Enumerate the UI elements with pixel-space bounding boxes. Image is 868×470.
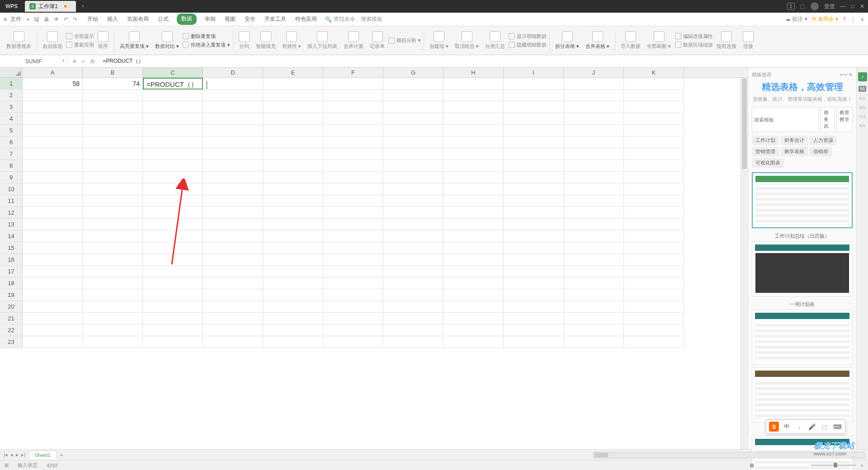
consolidate-button[interactable]: 合并计算 bbox=[341, 31, 366, 50]
cell-D20[interactable] bbox=[203, 301, 263, 313]
row-header[interactable]: 15 bbox=[0, 242, 23, 254]
accept-formula-icon[interactable]: ✓ bbox=[81, 58, 86, 65]
cell-H11[interactable] bbox=[443, 195, 504, 207]
col-header-B[interactable]: B bbox=[83, 68, 143, 77]
cell-H5[interactable] bbox=[443, 125, 504, 136]
sheet-nav-prev[interactable]: ◂ bbox=[10, 452, 13, 458]
search-btn-1[interactable]: 商务风 bbox=[821, 107, 835, 132]
cell-G14[interactable] bbox=[383, 230, 443, 242]
cell-E15[interactable] bbox=[263, 242, 323, 254]
cell-C3[interactable] bbox=[143, 101, 203, 113]
cell-H18[interactable] bbox=[443, 277, 504, 289]
cell-F9[interactable] bbox=[323, 172, 383, 183]
ime-skin[interactable]: ⬚ bbox=[820, 422, 830, 432]
cell-I14[interactable] bbox=[504, 230, 564, 242]
template-tag[interactable]: 营销管理 bbox=[752, 147, 779, 156]
cell-K14[interactable] bbox=[624, 230, 684, 242]
cell-K5[interactable] bbox=[624, 125, 684, 136]
panel-close-icon[interactable]: ⟷ ✕ bbox=[840, 72, 853, 78]
cell-D19[interactable] bbox=[203, 289, 263, 301]
cell-A16[interactable] bbox=[23, 254, 83, 266]
cell-J21[interactable] bbox=[564, 313, 624, 324]
cell-C12[interactable] bbox=[143, 207, 203, 219]
save-icon[interactable]: 🖫 bbox=[34, 16, 39, 23]
file-menu[interactable]: 文件 bbox=[10, 15, 21, 23]
cell-J10[interactable] bbox=[564, 183, 624, 195]
redo-icon[interactable]: ↷ bbox=[73, 16, 77, 23]
cell-J19[interactable] bbox=[564, 289, 624, 301]
sync-status[interactable]: ⟳ 未同步 ▾ bbox=[812, 15, 839, 23]
row-header[interactable]: 6 bbox=[0, 136, 23, 148]
cell-D9[interactable] bbox=[203, 172, 263, 183]
tab-data[interactable]: 数据 bbox=[177, 14, 197, 25]
group-button[interactable]: 创建组 ▾ bbox=[427, 31, 451, 50]
cell-B7[interactable] bbox=[83, 148, 143, 160]
cell-E9[interactable] bbox=[263, 172, 323, 183]
cell-I11[interactable] bbox=[504, 195, 564, 207]
cell-C14[interactable] bbox=[143, 230, 203, 242]
what-if-button[interactable]: 模拟分析 ▾ bbox=[388, 37, 421, 44]
row-header[interactable]: 9 bbox=[0, 172, 23, 183]
sheet-nav-last[interactable]: ▸| bbox=[21, 452, 25, 458]
cell-J20[interactable] bbox=[564, 301, 624, 313]
row-header[interactable]: 16 bbox=[0, 254, 23, 266]
cell-C23[interactable] bbox=[143, 336, 203, 348]
cell-C20[interactable] bbox=[143, 301, 203, 313]
cell-H10[interactable] bbox=[443, 183, 504, 195]
row-header[interactable]: 1 bbox=[0, 78, 23, 89]
cell-C4[interactable] bbox=[143, 113, 203, 125]
name-box[interactable]: SUMIF bbox=[0, 58, 68, 65]
cell-K3[interactable] bbox=[624, 101, 684, 113]
cell-E2[interactable] bbox=[263, 89, 323, 101]
cell-E22[interactable] bbox=[263, 324, 323, 336]
cell-F21[interactable] bbox=[323, 313, 383, 324]
cell-B11[interactable] bbox=[83, 195, 143, 207]
cell-D12[interactable] bbox=[203, 207, 263, 219]
expand-icon[interactable]: ∧ bbox=[860, 16, 864, 23]
data-compare-button[interactable]: 数据对比 ▾ bbox=[152, 31, 182, 50]
tab-security[interactable]: 安全 bbox=[244, 14, 256, 25]
sheet-tab-1[interactable]: Sheet1 bbox=[29, 451, 57, 459]
cancel-formula-icon[interactable]: ✕ bbox=[72, 58, 77, 65]
remove-dup-button[interactable]: 删除重复项 bbox=[183, 33, 230, 40]
cell-D11[interactable] bbox=[203, 195, 263, 207]
cell-J14[interactable] bbox=[564, 230, 624, 242]
view-normal-icon[interactable]: ▦ bbox=[750, 462, 754, 468]
cell-J22[interactable] bbox=[564, 324, 624, 336]
cell-G8[interactable] bbox=[383, 160, 443, 172]
cell-A7[interactable] bbox=[23, 148, 83, 160]
cell-F18[interactable] bbox=[323, 277, 383, 289]
cell-F12[interactable] bbox=[323, 207, 383, 219]
cell-C13[interactable] bbox=[143, 219, 203, 230]
cell-A2[interactable] bbox=[23, 89, 83, 101]
cell-E13[interactable] bbox=[263, 219, 323, 230]
cell-B10[interactable] bbox=[83, 183, 143, 195]
cell-H4[interactable] bbox=[443, 113, 504, 125]
workbook-tab[interactable]: S 工作簿1 bbox=[25, 1, 76, 12]
cell-G10[interactable] bbox=[383, 183, 443, 195]
cell-D7[interactable] bbox=[203, 148, 263, 160]
cell-F6[interactable] bbox=[323, 136, 383, 148]
cell-H22[interactable] bbox=[443, 324, 504, 336]
cell-B3[interactable] bbox=[83, 101, 143, 113]
cell-E10[interactable] bbox=[263, 183, 323, 195]
connections-button[interactable]: 连接 bbox=[740, 31, 756, 50]
cell-A13[interactable] bbox=[23, 219, 83, 230]
cell-D22[interactable] bbox=[203, 324, 263, 336]
merge-table-button[interactable]: 合并表格 ▾ bbox=[583, 31, 612, 50]
cell-F10[interactable] bbox=[323, 183, 383, 195]
cell-C18[interactable] bbox=[143, 277, 203, 289]
close-button[interactable]: ✕ bbox=[860, 3, 864, 9]
cell-H23[interactable] bbox=[443, 336, 504, 348]
cell-H7[interactable] bbox=[443, 148, 504, 160]
cell-G4[interactable] bbox=[383, 113, 443, 125]
cell-C11[interactable] bbox=[143, 195, 203, 207]
cell-D21[interactable] bbox=[203, 313, 263, 324]
cell-K21[interactable] bbox=[624, 313, 684, 324]
sheet-nav-next[interactable]: ▸ bbox=[16, 452, 19, 458]
cell-I19[interactable] bbox=[504, 289, 564, 301]
template-tag[interactable]: 教学表格 bbox=[781, 147, 808, 156]
tab-review[interactable]: 审阅 bbox=[204, 14, 217, 25]
smart-fill-button[interactable]: 智能填充 bbox=[253, 31, 278, 50]
cell-E14[interactable] bbox=[263, 230, 323, 242]
